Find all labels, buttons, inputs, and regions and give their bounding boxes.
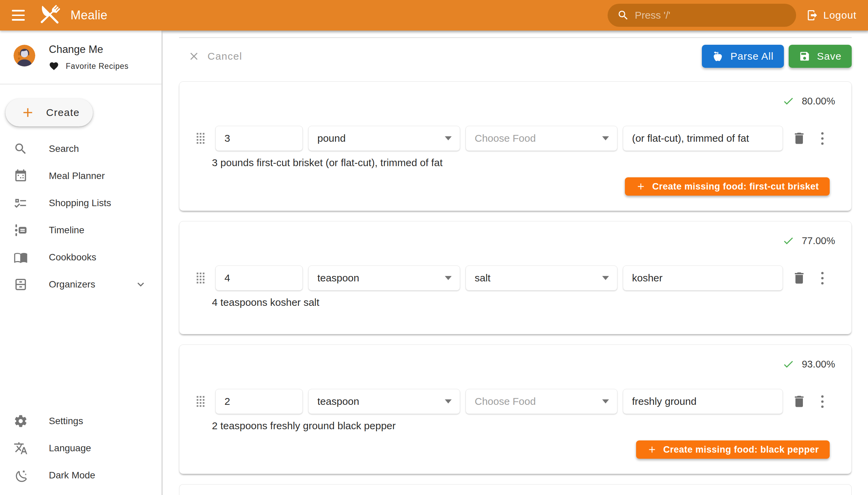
search-input[interactable]: [635, 10, 787, 21]
create-button[interactable]: Create: [5, 99, 93, 126]
unit-select[interactable]: pound: [308, 126, 460, 151]
trash-icon: [792, 271, 806, 286]
quantity-input[interactable]: [215, 126, 303, 151]
more-options-button[interactable]: [815, 271, 829, 286]
avatar[interactable]: [14, 45, 35, 66]
calendar-icon: [14, 169, 28, 183]
delete-button[interactable]: [792, 394, 806, 409]
confidence-value: 80.00%: [802, 96, 835, 107]
confidence-value: 77.00%: [802, 235, 835, 246]
close-icon: [188, 50, 200, 62]
cabinet-icon: [14, 277, 28, 292]
drag-handle-icon[interactable]: [195, 132, 205, 144]
mealie-app: Mealie Logout: [0, 0, 868, 495]
logout-icon: [806, 9, 818, 21]
apple-icon: [712, 51, 724, 62]
sidebar-item-search[interactable]: Search: [0, 135, 163, 163]
ingredient-card: 77.00% teaspoon salt: [179, 221, 852, 334]
confidence-indicator: 80.00%: [195, 95, 835, 107]
mealie-logo-icon: [37, 2, 63, 29]
app-title: Mealie: [70, 8, 107, 22]
menu-icon[interactable]: [9, 5, 29, 25]
scrolled-card-edge: [179, 37, 852, 38]
book-icon: [14, 250, 28, 264]
logout-label: Logout: [823, 10, 856, 21]
app-bar: Mealie Logout: [0, 0, 868, 31]
delete-button[interactable]: [792, 271, 806, 286]
confidence-value: 93.00%: [802, 359, 835, 370]
sidebar: Change Me Favorite Recipes Create: [0, 31, 163, 495]
plus-icon: [20, 105, 35, 120]
moon-icon: [14, 468, 28, 482]
dropdown-arrow-icon: [445, 136, 452, 140]
sidebar-item-organizers[interactable]: Organizers: [0, 271, 163, 298]
quantity-input[interactable]: [215, 266, 303, 291]
ingredient-editor-row: teaspoon salt: [195, 266, 835, 291]
create-missing-food-button[interactable]: Create missing food: first-cut brisket: [625, 177, 830, 195]
delete-button[interactable]: [792, 131, 806, 146]
sidebar-item-cookbooks[interactable]: Cookbooks: [0, 244, 163, 271]
chevron-down-icon: [134, 278, 147, 291]
check-icon: [782, 95, 795, 107]
more-options-button[interactable]: [815, 131, 829, 146]
more-options-button[interactable]: [815, 394, 829, 409]
dropdown-arrow-icon: [445, 276, 452, 280]
save-button[interactable]: Save: [789, 45, 852, 68]
food-select[interactable]: Choose Food: [465, 126, 617, 151]
sidebar-item-language[interactable]: Language: [0, 434, 163, 462]
search-icon: [617, 9, 629, 21]
trash-icon: [792, 131, 806, 146]
gear-icon: [14, 414, 28, 428]
create-missing-food-button[interactable]: Create missing food: black pepper: [636, 440, 830, 459]
heart-icon: [49, 61, 59, 71]
check-icon: [782, 358, 795, 370]
sidebar-item-timeline[interactable]: Timeline: [0, 217, 163, 244]
check-icon: [782, 235, 795, 247]
note-input[interactable]: [623, 266, 783, 291]
food-select[interactable]: Choose Food: [465, 389, 617, 414]
favorite-recipes-label: Favorite Recipes: [66, 62, 129, 71]
ingredient-card-partial: [179, 484, 852, 495]
ingredient-card: 93.00% teaspoon Choose Food: [179, 344, 852, 474]
user-section: Change Me Favorite Recipes: [0, 31, 163, 77]
drag-handle-icon[interactable]: [195, 272, 205, 284]
original-ingredient-text: 4 teaspoons kosher salt: [212, 297, 835, 308]
ingredient-parser-panel: Cancel Parse All Save 80: [163, 31, 868, 495]
search-bar[interactable]: [608, 4, 796, 27]
ingredient-editor-row: teaspoon Choose Food: [195, 389, 835, 414]
sidebar-nav: Search Meal Planner Shopping Lists: [0, 135, 163, 298]
sidebar-item-dark-mode[interactable]: Dark Mode: [0, 462, 163, 489]
plus-icon: [647, 444, 657, 455]
search-icon: [14, 142, 28, 156]
save-icon: [799, 51, 810, 62]
sidebar-item-settings[interactable]: Settings: [0, 408, 163, 434]
dropdown-arrow-icon: [602, 136, 609, 140]
confidence-indicator: 77.00%: [195, 235, 835, 246]
plus-icon: [636, 182, 646, 191]
dropdown-arrow-icon: [445, 399, 452, 404]
note-input[interactable]: [623, 389, 783, 414]
dropdown-arrow-icon: [602, 276, 609, 280]
sidebar-divider: [0, 84, 163, 84]
food-select[interactable]: salt: [465, 266, 617, 291]
parse-all-button[interactable]: Parse All: [702, 45, 784, 68]
trash-icon: [792, 394, 806, 409]
drag-handle-icon[interactable]: [195, 395, 205, 408]
ingredient-editor-row: pound Choose Food: [195, 126, 835, 151]
ingredient-card: 80.00% pound Choose Food: [179, 81, 852, 211]
note-input[interactable]: [623, 126, 783, 151]
original-ingredient-text: 2 teaspoons freshly ground black pepper: [212, 420, 835, 432]
parser-toolbar: Cancel Parse All Save: [179, 45, 852, 68]
unit-select[interactable]: teaspoon: [308, 389, 460, 414]
logout-button[interactable]: Logout: [806, 9, 856, 21]
sidebar-scrollbar[interactable]: [161, 31, 163, 495]
unit-select[interactable]: teaspoon: [308, 266, 460, 291]
sidebar-footer: Settings Language Dark Mode: [0, 408, 163, 489]
original-ingredient-text: 3 pounds first-cut brisket (or flat-cut)…: [212, 157, 835, 169]
sidebar-item-meal-planner[interactable]: Meal Planner: [0, 163, 163, 189]
sidebar-item-shopping-lists[interactable]: Shopping Lists: [0, 189, 163, 217]
quantity-input[interactable]: [215, 389, 303, 414]
timeline-icon: [14, 223, 28, 237]
favorite-recipes-link[interactable]: Favorite Recipes: [49, 61, 129, 71]
cancel-button[interactable]: Cancel: [188, 50, 242, 62]
